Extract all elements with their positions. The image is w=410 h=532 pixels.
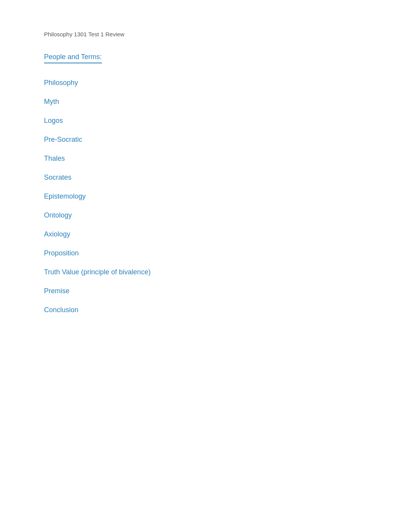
- list-item: Premise: [44, 287, 366, 295]
- page-container: Philosophy 1301 Test 1 Review People and…: [44, 31, 366, 314]
- list-item: Socrates: [44, 173, 366, 182]
- page-title: Philosophy 1301 Test 1 Review: [44, 31, 366, 37]
- list-item: Truth Value (principle of bivalence): [44, 268, 366, 276]
- list-item: Axiology: [44, 230, 366, 238]
- list-item: Myth: [44, 98, 366, 106]
- list-item: Conclusion: [44, 306, 366, 314]
- list-item: Ontology: [44, 211, 366, 219]
- list-item: Thales: [44, 155, 366, 163]
- list-item: Epistemology: [44, 192, 366, 201]
- terms-list: PhilosophyMythLogosPre-SocraticThalesSoc…: [44, 79, 366, 314]
- list-item: Pre-Socratic: [44, 136, 366, 144]
- list-item: Logos: [44, 117, 366, 125]
- list-item: Proposition: [44, 249, 366, 257]
- list-item: Philosophy: [44, 79, 366, 87]
- section-heading: People and Terms:: [44, 53, 102, 63]
